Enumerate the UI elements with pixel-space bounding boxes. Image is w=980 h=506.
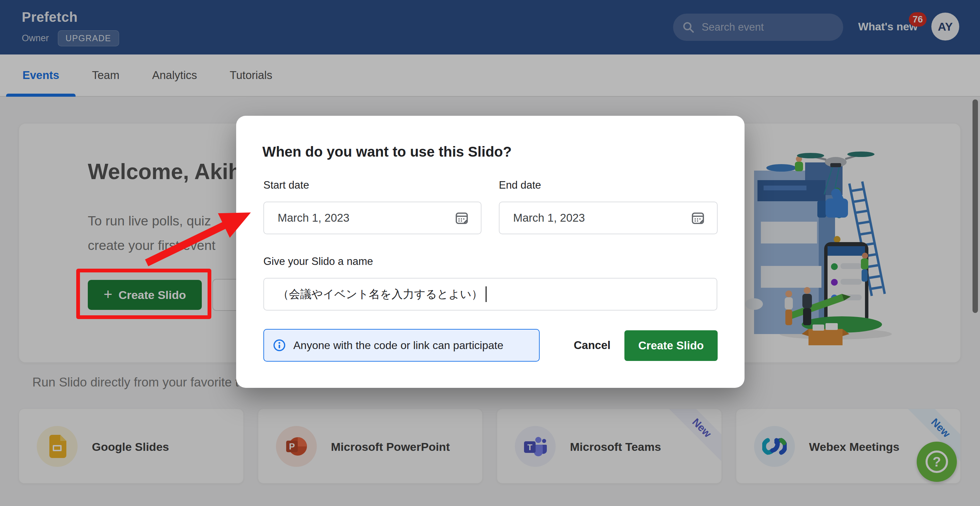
end-date-input[interactable]: March 1, 2023	[499, 201, 718, 234]
slido-name-input[interactable]: （会議やイベント名を入力するとよい）	[263, 278, 717, 311]
start-date-input[interactable]: March 1, 2023	[263, 201, 482, 234]
modal-title: When do you want to use this Slido?	[262, 144, 512, 160]
slido-name-value: （会議やイベント名を入力するとよい）	[278, 287, 483, 302]
cancel-button[interactable]: Cancel	[559, 329, 625, 362]
calendar-icon[interactable]	[455, 211, 469, 225]
end-date-value: March 1, 2023	[513, 211, 585, 224]
start-date-value: March 1, 2023	[278, 211, 350, 224]
end-date-label: End date	[499, 179, 541, 192]
calendar-icon[interactable]	[691, 211, 705, 225]
participation-info-banner: Anyone with the code or link can partici…	[263, 329, 540, 362]
info-icon	[273, 339, 286, 352]
slido-name-label: Give your Slido a name	[263, 255, 373, 268]
text-caret	[485, 286, 487, 302]
create-slido-modal: When do you want to use this Slido? Star…	[236, 116, 745, 388]
participation-info-text: Anyone with the code or link can partici…	[293, 339, 503, 352]
modal-create-slido-button[interactable]: Create Slido	[624, 330, 718, 361]
start-date-label: Start date	[263, 179, 309, 192]
